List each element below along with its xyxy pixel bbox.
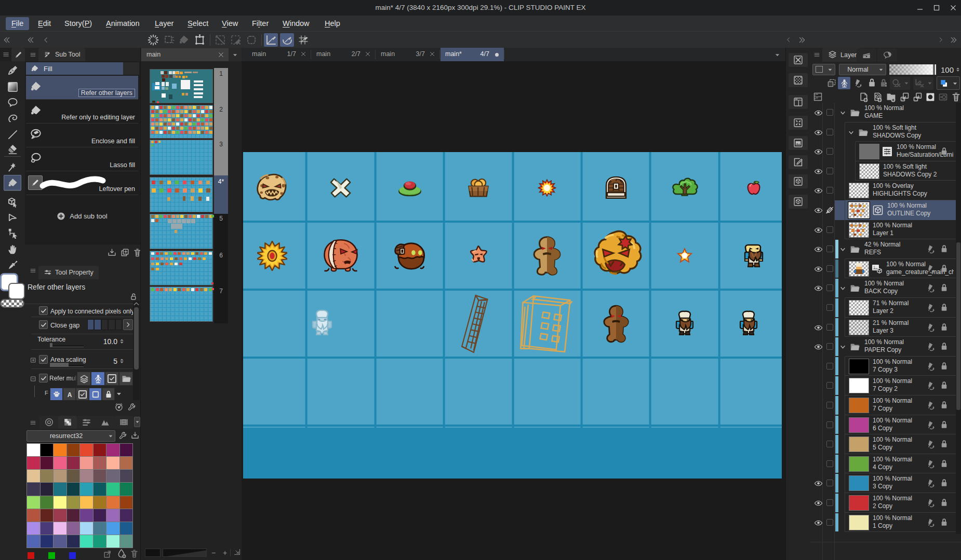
color-swatch-38[interactable] — [106, 496, 119, 509]
layer-row-back-copy[interactable]: 100 % NormalBACK Copy — [810, 278, 961, 298]
color-swatch-15[interactable] — [120, 457, 133, 469]
vector-tool-icon[interactable] — [4, 209, 21, 225]
color-swatch-56[interactable] — [27, 535, 40, 548]
color-swatch-32[interactable] — [27, 496, 40, 509]
layer-checkbox[interactable] — [826, 441, 833, 447]
page-number-4[interactable]: 4* — [214, 177, 228, 214]
color-swatch-2[interactable] — [54, 444, 66, 456]
tab-comic[interactable] — [877, 48, 897, 62]
history-back2-icon[interactable] — [26, 36, 35, 44]
layer-row-highlights-copy[interactable]: 100 % OverlayHIGHLIGHTS Copy — [810, 181, 961, 200]
subtool-item-refer-only-to-editing-layer[interactable]: Refer only to editing layer — [26, 100, 138, 124]
subtool-duplicate-icon[interactable] — [120, 248, 130, 257]
refer-selection-button[interactable] — [105, 372, 119, 386]
page-thumbnail-4[interactable] — [150, 177, 213, 212]
hand-tool-icon[interactable] — [4, 241, 21, 257]
doc-tab-modified-dot[interactable] — [495, 53, 499, 57]
color-swatch-12[interactable] — [80, 457, 93, 469]
doc-tab-3[interactable]: main3/7 — [376, 48, 439, 61]
layer-thumbnail[interactable] — [849, 203, 869, 217]
page-thumbnail-2[interactable] — [150, 105, 213, 139]
close-gap-segment-3[interactable] — [101, 319, 108, 330]
layer-row-4-copy[interactable]: 100 % Normal4 Copy — [810, 454, 961, 473]
diagonal-triangle-icon[interactable] — [229, 33, 243, 47]
layer-checkbox[interactable] — [826, 245, 833, 252]
color-swatch-1[interactable] — [41, 444, 54, 456]
layer-checkbox[interactable] — [826, 304, 833, 311]
gradient-tool-icon[interactable] — [4, 79, 21, 94]
layer-checkbox[interactable] — [826, 284, 833, 291]
layer-row-layer-1[interactable]: 100 % NormalLayer 1 — [810, 220, 961, 239]
color-swatch-41[interactable] — [41, 509, 54, 522]
color-swatch-4[interactable] — [80, 444, 93, 456]
tab-tool-property[interactable]: Tool Property — [38, 266, 99, 279]
area-scaling-expand-icon[interactable] — [30, 357, 36, 363]
history-color-0[interactable] — [28, 552, 34, 559]
wrench-icon[interactable] — [127, 402, 137, 412]
layer-row-7-copy-2[interactable]: 100 % Normal7 Copy 2 — [810, 376, 961, 395]
page-thumbnail-7[interactable] — [150, 286, 213, 322]
rounded-dashed-square-icon[interactable] — [244, 33, 258, 47]
image-panel-icon[interactable] — [789, 136, 808, 150]
color-swatch-62[interactable] — [106, 535, 119, 548]
layer-row-hue-saturation-lumin[interactable]: 100 % NormalHue/Saturation/Lumin — [810, 142, 961, 161]
layer-visible-icon[interactable] — [813, 128, 823, 137]
close-gap-segment-4[interactable] — [108, 319, 115, 330]
layer-checkbox[interactable] — [826, 402, 833, 408]
color-swatch-40[interactable] — [27, 509, 40, 522]
layer-row-shadows-copy-2[interactable]: 100 % Soft lightSHADOWS Copy 2 — [810, 161, 961, 181]
layer-thumbnail[interactable] — [849, 359, 869, 374]
page-number-5[interactable]: 5 — [214, 214, 228, 251]
canvas-document[interactable] — [243, 152, 782, 479]
layer-visible-icon[interactable] — [813, 147, 823, 156]
colorset-more-tabs-icon[interactable] — [134, 417, 140, 427]
transfer-to-lower-icon[interactable] — [899, 91, 910, 102]
toolprop-menu-icon[interactable] — [29, 267, 37, 274]
tab-layer[interactable]: Layer — [822, 48, 862, 62]
layer-checkbox[interactable] — [826, 226, 833, 233]
color-swatch-0[interactable] — [27, 444, 40, 456]
color-swatch-57[interactable] — [41, 535, 54, 548]
layer-visible-icon[interactable] — [813, 226, 823, 235]
color-swatch-49[interactable] — [41, 522, 54, 535]
layer-row-1-copy[interactable]: 100 % Normal1 Copy — [810, 513, 961, 532]
cube-panel-1-icon[interactable] — [789, 174, 808, 188]
layer-thumbnail[interactable] — [849, 301, 869, 315]
layer-checkbox[interactable] — [826, 324, 833, 331]
pagepane-tab-close-icon[interactable] — [218, 51, 224, 58]
colorset-add-color-icon[interactable] — [116, 548, 127, 559]
color-swatch-37[interactable] — [94, 496, 106, 509]
color-swatch-9[interactable] — [41, 457, 54, 469]
doc-tab-close-icon[interactable] — [365, 51, 371, 57]
color-swatch-7[interactable] — [120, 444, 133, 456]
layer-thumbnail[interactable] — [849, 262, 869, 276]
layer-thumbnail[interactable] — [849, 437, 869, 452]
edit-panel-icon[interactable] — [789, 155, 808, 169]
color-swatch-52[interactable] — [80, 522, 93, 535]
layer-row-game[interactable]: 100 % NormalGAME — [810, 103, 961, 122]
layer-checkbox[interactable] — [826, 499, 833, 506]
color-swatch-47[interactable] — [120, 509, 133, 522]
maximize-button[interactable] — [929, 0, 944, 16]
doc-tab-close-icon[interactable] — [300, 51, 306, 57]
layer-row-refs[interactable]: 42 % NormalREFS — [810, 239, 961, 259]
fill-tool-icon[interactable] — [4, 175, 21, 190]
area-scaling-spinner[interactable] — [119, 357, 125, 365]
layer-visible-icon[interactable] — [813, 479, 823, 488]
layer-row-5-copy[interactable]: 100 % Normal5 Copy — [810, 434, 961, 454]
layer-row-2-copy[interactable]: 100 % Normal2 Copy — [810, 493, 961, 513]
menu-filter[interactable]: Filter — [246, 17, 274, 30]
menu-help[interactable]: Help — [319, 17, 346, 30]
toolprop-scrollbar-thumb[interactable] — [134, 307, 139, 370]
layer-checkbox[interactable] — [826, 148, 833, 155]
color-swatch-43[interactable] — [67, 509, 80, 522]
close-button[interactable] — [945, 0, 961, 16]
folder-chevron-icon[interactable] — [839, 246, 846, 253]
subtool-import-icon[interactable] — [107, 248, 117, 257]
layer-thumbnail[interactable] — [849, 183, 869, 198]
layer-checkbox[interactable] — [826, 168, 833, 174]
layer-thumbnail[interactable] — [860, 164, 879, 179]
close-gap-segment-2[interactable] — [94, 319, 101, 330]
layer-visible-icon[interactable] — [813, 284, 823, 293]
layer-row-7-copy[interactable]: 100 % Normal7 Copy — [810, 395, 961, 415]
